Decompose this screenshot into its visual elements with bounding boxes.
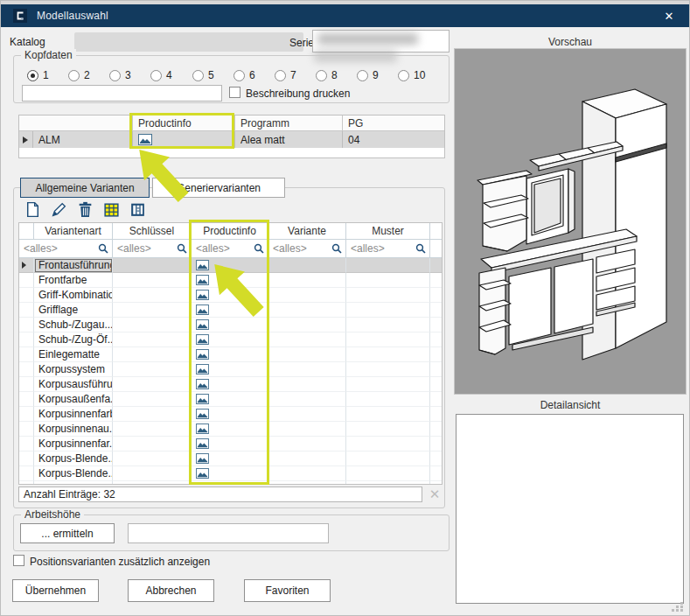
col-schluessel[interactable]: Schlüssel: [113, 223, 192, 239]
kopfdaten-radio-9[interactable]: 9: [357, 69, 379, 81]
variante-cell[interactable]: [268, 318, 346, 332]
variante-cell[interactable]: [268, 258, 346, 273]
schluessel-cell[interactable]: [113, 392, 192, 407]
variantenart-cell[interactable]: Korpussystem: [34, 362, 113, 377]
schluessel-cell[interactable]: [113, 481, 192, 485]
muster-cell[interactable]: [346, 288, 430, 303]
muster-cell[interactable]: [346, 407, 430, 422]
muster-cell[interactable]: [346, 437, 430, 452]
muster-cell[interactable]: [346, 452, 430, 466]
arbeitshoehe-input[interactable]: [128, 523, 329, 543]
abbrechen-button[interactable]: Abbrechen: [128, 579, 214, 602]
muster-cell[interactable]: [346, 318, 430, 332]
filter-muster[interactable]: <alles>: [346, 240, 430, 257]
variantenart-cell[interactable]: Grifflage: [34, 303, 113, 318]
delete-trash-icon[interactable]: [76, 200, 94, 219]
ermitteln-button[interactable]: ... ermitteln: [20, 523, 115, 543]
schluessel-cell[interactable]: [113, 407, 192, 422]
muster-cell[interactable]: [346, 258, 430, 273]
variantenart-cell[interactable]: Korpusinnenfar...: [34, 437, 113, 452]
kopfdaten-radio-5[interactable]: 5: [192, 69, 214, 81]
uebernehmen-button[interactable]: Übernehmen: [12, 579, 99, 602]
variante-cell[interactable]: [268, 437, 346, 452]
variantenart-cell[interactable]: Einlegematte: [34, 347, 113, 362]
kopfdaten-radio-4[interactable]: 4: [150, 69, 172, 81]
variantenart-cell[interactable]: Griff-Kombination: [34, 288, 113, 303]
variante-cell[interactable]: [268, 392, 346, 407]
variante-cell[interactable]: [268, 288, 346, 303]
schluessel-cell[interactable]: [113, 288, 192, 303]
new-document-icon[interactable]: [24, 200, 42, 219]
muster-cell[interactable]: [346, 362, 430, 377]
schluessel-cell[interactable]: [113, 258, 192, 273]
clear-x-icon[interactable]: ✕: [426, 486, 443, 503]
kopfdaten-radio-2[interactable]: 2: [68, 69, 90, 81]
detail-view-panel[interactable]: [456, 414, 684, 604]
kopfdaten-radio-6[interactable]: 6: [233, 69, 255, 81]
schluessel-cell[interactable]: [113, 347, 192, 362]
variante-cell[interactable]: [268, 377, 346, 392]
katalog-value-redacted[interactable]: [74, 32, 303, 52]
close-button[interactable]: ✕: [658, 4, 680, 27]
beschreibung-checkbox[interactable]: [229, 87, 240, 98]
variante-cell[interactable]: [268, 466, 346, 481]
schluessel-cell[interactable]: [113, 273, 192, 288]
grid-table-icon[interactable]: [102, 200, 121, 219]
kopfdaten-radio-10[interactable]: 10: [398, 69, 425, 81]
kopfdaten-radio-1[interactable]: 1: [27, 69, 49, 81]
favoriten-button[interactable]: Favoriten: [244, 579, 331, 602]
resize-grip-icon[interactable]: [672, 602, 684, 612]
col-variante[interactable]: Variante: [268, 223, 346, 239]
kopfdaten-text-input[interactable]: [22, 85, 222, 102]
variantenart-cell[interactable]: Frontfarbe: [34, 273, 113, 288]
filter-schluessel[interactable]: <alles>: [113, 240, 192, 257]
muster-cell[interactable]: [346, 377, 430, 392]
model-col-programm[interactable]: Programm: [235, 116, 343, 130]
muster-cell[interactable]: [346, 347, 430, 362]
variante-cell[interactable]: [268, 273, 346, 288]
schluessel-cell[interactable]: [113, 377, 192, 392]
schluessel-cell[interactable]: [113, 466, 192, 481]
variantenart-cell[interactable]: Frontausführung: [34, 258, 113, 273]
variantenart-cell[interactable]: Schub-/Zugau...: [34, 318, 113, 332]
preview-panel[interactable]: [454, 48, 687, 395]
kopfdaten-radio-3[interactable]: 3: [109, 69, 131, 81]
col-variantenart[interactable]: Variantenart: [34, 223, 113, 239]
schluessel-cell[interactable]: [113, 437, 192, 452]
variantenart-cell[interactable]: Korpus-Blende...: [34, 452, 113, 466]
muster-cell[interactable]: [346, 481, 430, 485]
model-col-blank[interactable]: [33, 116, 133, 130]
variante-cell[interactable]: [268, 481, 346, 485]
muster-cell[interactable]: [346, 466, 430, 481]
variante-cell[interactable]: [268, 303, 346, 318]
variantenart-cell[interactable]: Korpusaußenfa...: [34, 392, 113, 407]
model-col-pg[interactable]: PG: [343, 116, 445, 130]
variante-cell[interactable]: [268, 332, 346, 347]
variantenart-cell[interactable]: Korpusausführu...: [34, 377, 113, 392]
positionsvarianten-checkbox[interactable]: [13, 555, 24, 566]
variante-cell[interactable]: [268, 362, 346, 377]
variante-cell[interactable]: [268, 347, 346, 362]
muster-cell[interactable]: [346, 392, 430, 407]
filter-variantenart[interactable]: <alles>: [19, 240, 113, 257]
variantenart-cell[interactable]: [34, 481, 113, 485]
muster-cell[interactable]: [346, 332, 430, 347]
schluessel-cell[interactable]: [113, 452, 192, 466]
muster-cell[interactable]: [346, 273, 430, 288]
col-muster[interactable]: Muster: [346, 223, 430, 239]
filter-variante[interactable]: <alles>: [268, 240, 346, 257]
schluessel-cell[interactable]: [113, 318, 192, 332]
variante-cell[interactable]: [268, 422, 346, 437]
schluessel-cell[interactable]: [113, 422, 192, 437]
variantenart-cell[interactable]: Korpus-Blende...: [34, 466, 113, 481]
schluessel-cell[interactable]: [113, 332, 192, 347]
kopfdaten-radio-7[interactable]: 7: [275, 69, 296, 81]
edit-pencil-icon[interactable]: [50, 200, 68, 219]
schluessel-cell[interactable]: [113, 362, 192, 377]
muster-cell[interactable]: [346, 303, 430, 318]
variante-cell[interactable]: [268, 452, 346, 466]
kopfdaten-radio-8[interactable]: 8: [316, 69, 338, 81]
title-bar[interactable]: Modellauswahl ✕: [1, 4, 690, 27]
tab-allgemeine-varianten[interactable]: Allgemeine Varianten: [20, 178, 150, 198]
variantenart-cell[interactable]: Korpusinnenfarbe: [34, 407, 113, 422]
